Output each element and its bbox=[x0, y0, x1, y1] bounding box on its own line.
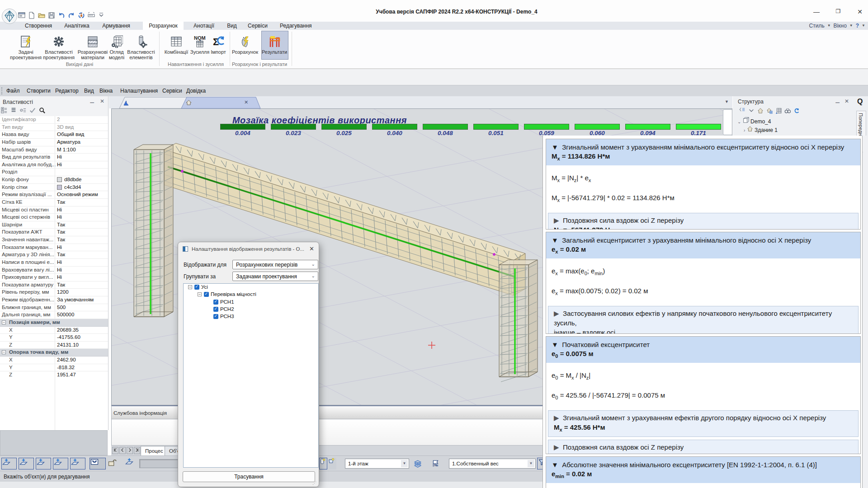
ribbon-button-Властивості-елементів[interactable]: Властивості елементів bbox=[121, 32, 161, 60]
cyl-bulb-button[interactable] bbox=[319, 458, 327, 469]
display-for-combo[interactable]: Розрахункових перерізів⌄ bbox=[232, 260, 318, 269]
num-flag-icon[interactable]: № bbox=[432, 460, 440, 469]
tab-close-icon[interactable]: ✕ bbox=[244, 99, 248, 105]
maximize-button[interactable]: ❐ bbox=[834, 8, 843, 15]
ribbon-tab-Армування[interactable]: Армування bbox=[96, 22, 137, 30]
menu-Редактор[interactable]: Редактор bbox=[55, 88, 79, 94]
house-add-button[interactable] bbox=[766, 108, 773, 116]
app-logo[interactable] bbox=[2, 9, 17, 24]
window-menu[interactable]: Вікно bbox=[834, 22, 847, 30]
refresh-button[interactable] bbox=[793, 108, 800, 116]
sync-model-button[interactable] bbox=[78, 12, 85, 21]
snap-grid-button[interactable] bbox=[1, 458, 17, 469]
bottom-tab-Процес[interactable]: Процес bbox=[141, 446, 168, 455]
measure-ruler-button[interactable] bbox=[88, 12, 95, 21]
minimize-button[interactable]: — bbox=[812, 8, 821, 15]
nav-last-button[interactable] bbox=[134, 447, 140, 454]
binoculars-button[interactable] bbox=[784, 108, 791, 116]
structure-tree-item[interactable]: ⌄ Demo_4 bbox=[737, 117, 778, 126]
expand-categories-button[interactable] bbox=[1, 107, 7, 115]
redo-button[interactable] bbox=[68, 12, 75, 21]
menu-Довідка[interactable]: Довідка bbox=[186, 88, 206, 94]
panel-list-button[interactable] bbox=[18, 12, 25, 21]
result-box-header[interactable]: ▼ Абсолютне значення мінімального ексцен… bbox=[546, 457, 860, 483]
tree-collapse-icon[interactable]: − bbox=[198, 292, 202, 296]
apply-check-button[interactable] bbox=[29, 107, 36, 115]
menu-Створити[interactable]: Створити bbox=[27, 88, 51, 94]
ribbon-tab-Аналітика[interactable]: Аналітика bbox=[57, 22, 97, 30]
layers-stack-icon[interactable] bbox=[414, 460, 422, 469]
menu-Вид[interactable]: Вид bbox=[84, 88, 94, 94]
search-button[interactable] bbox=[39, 107, 45, 115]
collapse-icon[interactable]: − bbox=[2, 350, 6, 354]
undo-button[interactable] bbox=[58, 12, 65, 21]
menu-Сервіси[interactable]: Сервіси bbox=[162, 88, 182, 94]
dialog-tree-item[interactable]: РСН1 bbox=[184, 299, 318, 306]
checked-list-button[interactable] bbox=[20, 107, 26, 115]
new-document-button[interactable] bbox=[28, 12, 35, 21]
menu-Вікна[interactable]: Вікна bbox=[99, 88, 113, 94]
collapse-icon[interactable]: − bbox=[2, 320, 6, 324]
search-icon[interactable]: Q bbox=[857, 98, 863, 106]
list-view-button[interactable] bbox=[10, 107, 17, 115]
checkbox-checked[interactable] bbox=[213, 300, 218, 305]
nav-first-button[interactable] bbox=[112, 447, 118, 454]
ribbon-tab-Сервіси[interactable]: Сервіси bbox=[237, 22, 278, 30]
resize-grip[interactable]: ⋰ bbox=[312, 481, 317, 485]
coordinate-field[interactable] bbox=[139, 459, 178, 468]
menu-Налаштування[interactable]: Налаштування bbox=[120, 88, 158, 94]
nav-prev-button[interactable] bbox=[119, 447, 126, 454]
checkbox-checked[interactable] bbox=[213, 307, 218, 312]
load-combo[interactable]: 1.Собственный вес▼ bbox=[449, 459, 536, 469]
unlock-box-button[interactable] bbox=[108, 458, 122, 469]
house-button[interactable] bbox=[757, 108, 764, 116]
plane-add-button[interactable] bbox=[125, 458, 137, 469]
group-by-combo[interactable]: Задачами проектування⌄ bbox=[232, 272, 318, 281]
collapsed-result-box[interactable]: ▶ Застосування силових ефектів у напрямк… bbox=[548, 306, 859, 334]
snap-angle-button[interactable] bbox=[36, 458, 51, 469]
ribbon-tab-Розрахунок ЗБК[interactable]: Розрахунок ЗБК bbox=[143, 22, 184, 30]
floor-combo[interactable]: 1-й этаж▼ bbox=[345, 459, 409, 469]
result-box-header[interactable]: ▼ Загальний ексцентриситет з урахуванням… bbox=[546, 232, 860, 258]
structure-tree-item[interactable]: › Здание 1 bbox=[737, 126, 778, 134]
close-icon[interactable]: ✕ bbox=[100, 98, 104, 104]
ribbon-tab-Редагування[interactable]: Редагування bbox=[275, 22, 316, 30]
tree-collapse-icon[interactable]: − bbox=[188, 285, 192, 289]
save-button[interactable] bbox=[48, 12, 55, 21]
bucket-bulb-button[interactable] bbox=[328, 458, 336, 469]
snap-segment-button[interactable] bbox=[70, 458, 85, 469]
open-folder-button[interactable] bbox=[38, 12, 45, 21]
nav-next-button[interactable] bbox=[127, 447, 133, 454]
filter-braces-button[interactable] bbox=[739, 108, 745, 116]
checkbox-checked[interactable] bbox=[194, 285, 199, 290]
ribbon-button-Результати[interactable]: Результати bbox=[254, 32, 295, 55]
collapsed-result-box[interactable]: ▶ Поздовжня сила вздовж осі Z перерізуNz… bbox=[548, 440, 859, 454]
pin-icon[interactable]: ⚊ bbox=[90, 98, 94, 104]
result-box-header[interactable]: ▼ Згинальний момент з урахуванням мініма… bbox=[546, 139, 860, 165]
dialog-close-icon[interactable]: ✕ bbox=[309, 245, 314, 252]
dialog-tree-item[interactable]: РСН3 bbox=[184, 313, 318, 320]
close-button[interactable]: ✕ bbox=[855, 8, 864, 15]
dialog-tree-item[interactable]: −Перевірка міцності bbox=[184, 291, 318, 298]
grid-add-button[interactable] bbox=[775, 108, 782, 116]
snap-points-button[interactable] bbox=[53, 458, 68, 469]
help-menu[interactable]: ? bbox=[856, 22, 859, 30]
chevron-down-icon[interactable]: ▼ bbox=[725, 99, 729, 104]
result-box-header[interactable]: ▼ Початковий ексцентриситетe0 = 0.0075 м bbox=[546, 337, 860, 363]
collapsed-result-box[interactable]: ▶ Згинальний момент з урахуванням ефекті… bbox=[548, 410, 859, 437]
pin-icon[interactable]: ⚊ bbox=[835, 98, 840, 104]
close-icon[interactable]: ✕ bbox=[844, 98, 849, 104]
snap-line-button[interactable] bbox=[19, 458, 34, 469]
menu-Файл[interactable]: Файл bbox=[6, 88, 20, 94]
ribbon-tab-Створення[interactable]: Створення bbox=[18, 22, 59, 30]
checkbox-checked[interactable] bbox=[204, 292, 209, 297]
dropdown-button[interactable] bbox=[748, 108, 755, 116]
tracing-button[interactable]: Трасування bbox=[183, 471, 315, 482]
style-menu[interactable]: Стиль bbox=[809, 22, 825, 30]
checkbox-checked[interactable] bbox=[213, 314, 218, 319]
magnet-screen-button[interactable] bbox=[90, 458, 106, 469]
collapsed-result-box[interactable]: ▶ Поздовжня сила вздовж осі Z перерізуNz… bbox=[548, 213, 859, 230]
more-commands-button[interactable] bbox=[98, 12, 105, 21]
dialog-tree-item[interactable]: РСН2 bbox=[184, 306, 318, 313]
dialog-tree-item[interactable]: −Усі bbox=[184, 284, 318, 291]
